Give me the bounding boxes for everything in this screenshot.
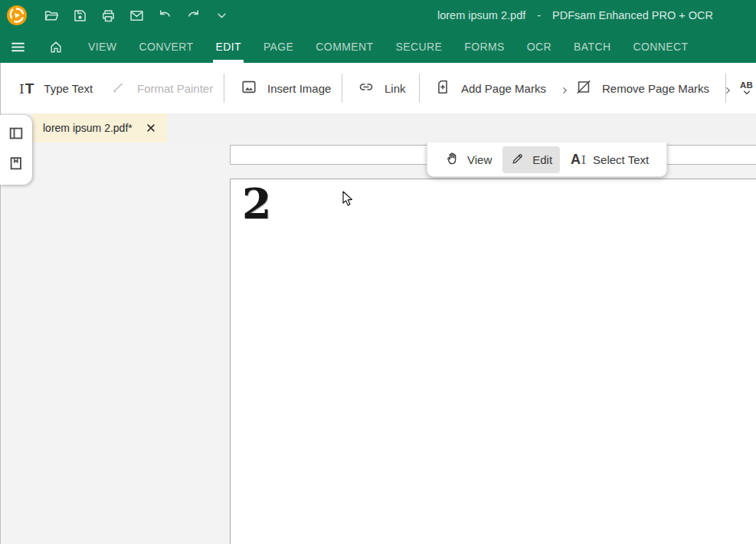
window-title-app: PDFsam Enhanced PRO + OCR [552,9,713,21]
menu-tab-ocr[interactable]: OCR [525,31,554,63]
menu-tab-convert[interactable]: CONVERT [136,31,195,63]
document-tab-label: lorem ipsum 2.pdf* [43,122,134,134]
ab-tool-label: AB [740,80,753,90]
link-icon [358,79,375,98]
menu-bar: VIEW CONVERT EDIT PAGE COMMENT SECURE FO… [0,31,756,63]
add-page-marks-expand-icon[interactable] [561,84,569,93]
pdfsam-window: lorem ipsum 2.pdf - PDFsam Enhanced PRO … [0,0,756,544]
pencil-icon [510,151,525,169]
pdfsam-logo-icon [6,5,28,26]
ab-tool-button[interactable]: AB [740,80,753,97]
menu-tab-edit[interactable]: EDIT [213,31,244,63]
menu-tab-secure[interactable]: SECURE [393,31,444,63]
ab-tool-chevron-icon [742,90,751,97]
type-text-label: Type Text [44,82,93,95]
ribbon-separator [342,74,342,103]
chevron-down-icon[interactable] [213,7,230,24]
select-text-label: Select Text [593,153,649,166]
menu-tab-comment[interactable]: COMMENT [313,31,375,63]
window-title-document: lorem ipsum 2.pdf [437,9,525,21]
viewer-mode-toolbar: View Edit AI Select Text [427,143,667,177]
link-button[interactable]: Link [358,79,406,98]
menu-tab-page[interactable]: PAGE [261,31,296,63]
toggle-sidebar-icon[interactable] [8,125,25,142]
window-title-separator: - [537,9,541,21]
ribbon-separator [419,74,420,103]
open-file-icon[interactable] [43,7,60,24]
view-mode-button[interactable]: View [437,146,499,173]
ribbon-separator [725,74,726,103]
add-page-marks-icon [434,79,451,98]
edit-mode-button[interactable]: Edit [502,146,560,173]
tab-close-icon[interactable] [145,123,156,134]
menu-items: VIEW CONVERT EDIT PAGE COMMENT SECURE FO… [86,31,691,63]
mail-icon[interactable] [128,7,145,24]
format-painter-button[interactable]: Format Painter [110,79,213,98]
document-tab[interactable]: lorem ipsum 2.pdf* [32,113,167,143]
window-title: lorem ipsum 2.pdf - PDFsam Enhanced PRO … [437,0,713,31]
hamburger-menu-icon[interactable] [10,31,26,63]
remove-page-marks-button[interactable]: Remove Page Marks [575,79,732,98]
redo-icon[interactable] [185,7,201,24]
format-painter-icon [110,79,127,98]
hand-icon [445,151,460,169]
bookmarks-icon[interactable] [8,155,25,172]
edit-mode-label: Edit [532,153,552,166]
insert-image-label: Insert Image [267,82,331,95]
link-label: Link [385,82,406,95]
ribbon-separator [224,74,224,103]
edit-ribbon: IT Type Text Format Painter Insert Image… [0,63,756,113]
page-numeral: 2 [242,182,271,224]
menu-tab-forms[interactable]: FORMS [462,31,507,63]
select-text-button[interactable]: AI Select Text [563,148,656,171]
remove-page-marks-label: Remove Page Marks [602,82,709,95]
add-page-marks-label: Add Page Marks [461,82,546,95]
type-text-button[interactable]: IT Type Text [19,81,93,96]
menu-tab-view[interactable]: VIEW [86,31,119,63]
select-text-icon: AI [571,152,586,166]
insert-image-icon [241,79,257,98]
undo-icon[interactable] [156,7,173,24]
insert-image-button[interactable]: Insert Image [241,79,331,98]
document-tab-bar: lorem ipsum 2.pdf* [0,113,756,143]
page-2[interactable]: 2 [230,179,756,544]
home-icon[interactable] [48,31,64,63]
type-text-icon: IT [19,81,34,96]
document-viewport[interactable]: 2 View Edit AI [0,143,756,544]
view-mode-label: View [467,153,492,166]
remove-page-marks-icon [575,79,592,98]
title-bar: lorem ipsum 2.pdf - PDFsam Enhanced PRO … [0,0,756,31]
print-icon[interactable] [100,7,116,24]
format-painter-label: Format Painter [137,82,213,95]
add-page-marks-button[interactable]: Add Page Marks [434,79,569,98]
side-panel-toolbar [0,115,32,185]
menu-tab-batch[interactable]: BATCH [571,31,613,63]
menu-tab-connect[interactable]: CONNECT [631,31,691,63]
save-icon[interactable] [71,7,88,24]
